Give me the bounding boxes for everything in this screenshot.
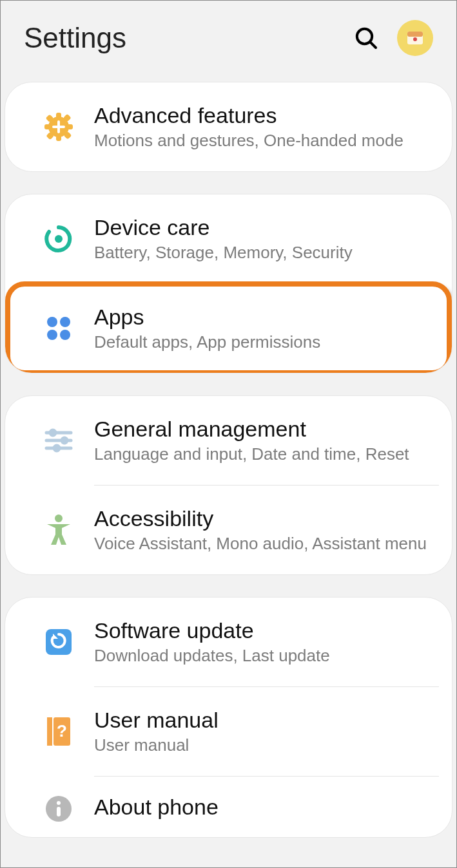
svg-rect-29 — [47, 717, 52, 746]
row-software-update[interactable]: Software update Download updates, Last u… — [5, 598, 452, 686]
apps-icon — [23, 314, 94, 343]
svg-rect-7 — [56, 135, 61, 141]
settings-group: General management Language and input, D… — [5, 395, 452, 575]
header-actions — [353, 20, 433, 56]
row-subtitle: Language and input, Date and time, Reset — [94, 444, 434, 464]
svg-rect-6 — [56, 113, 61, 119]
svg-rect-28 — [46, 629, 72, 655]
svg-rect-8 — [44, 124, 51, 129]
device-care-icon — [23, 223, 94, 254]
settings-group: Software update Download updates, Last u… — [5, 597, 452, 838]
row-user-manual[interactable]: ? User manual User manual — [5, 687, 452, 776]
svg-rect-9 — [66, 124, 73, 129]
svg-point-4 — [413, 37, 417, 41]
settings-group: Device care Battery, Storage, Memory, Se… — [5, 194, 452, 373]
svg-point-16 — [55, 235, 63, 243]
svg-point-26 — [54, 446, 59, 451]
row-advanced-features[interactable]: Advanced features Motions and gestures, … — [5, 82, 452, 171]
row-subtitle: Default apps, App permissions — [94, 332, 434, 352]
row-device-care[interactable]: Device care Battery, Storage, Memory, Se… — [5, 194, 452, 283]
row-subtitle: Motions and gestures, One-handed mode — [94, 131, 434, 151]
row-title: Accessibility — [94, 506, 434, 531]
row-title: User manual — [94, 708, 434, 733]
info-icon — [23, 795, 94, 823]
row-general-management[interactable]: General management Language and input, D… — [5, 396, 452, 485]
sliders-icon — [23, 428, 94, 453]
settings-group: Advanced features Motions and gestures, … — [5, 82, 452, 172]
svg-point-33 — [57, 801, 61, 805]
row-subtitle: Voice Assistant, Mono audio, Assistant m… — [94, 534, 434, 554]
svg-point-22 — [50, 430, 55, 435]
accessibility-icon — [23, 514, 94, 546]
software-update-icon — [23, 628, 94, 656]
svg-point-18 — [60, 317, 70, 327]
row-subtitle: Download updates, Last update — [94, 646, 434, 666]
header: Settings — [1, 1, 456, 82]
page-title: Settings — [24, 22, 353, 54]
row-apps[interactable]: Apps Default apps, App permissions — [5, 284, 452, 373]
svg-point-27 — [55, 514, 63, 522]
svg-line-1 — [370, 42, 376, 48]
profile-avatar[interactable] — [397, 20, 433, 56]
row-subtitle: Battery, Storage, Memory, Security — [94, 243, 434, 263]
row-accessibility[interactable]: Accessibility Voice Assistant, Mono audi… — [5, 486, 452, 574]
svg-point-19 — [47, 330, 57, 340]
user-manual-icon: ? — [23, 716, 94, 747]
row-title: Software update — [94, 618, 434, 643]
svg-rect-34 — [57, 807, 61, 816]
highlighted-row: Apps Default apps, App permissions — [5, 284, 452, 373]
row-title: General management — [94, 417, 434, 442]
svg-text:?: ? — [57, 721, 67, 741]
row-about-phone[interactable]: About phone — [5, 777, 452, 837]
row-title: Advanced features — [94, 103, 434, 128]
svg-point-24 — [62, 438, 67, 443]
advanced-features-icon — [23, 111, 94, 142]
row-title: About phone — [94, 795, 434, 820]
svg-point-20 — [60, 330, 70, 340]
search-icon[interactable] — [353, 25, 379, 51]
row-title: Device care — [94, 215, 434, 240]
svg-point-17 — [47, 317, 57, 327]
row-title: Apps — [94, 305, 434, 330]
row-subtitle: User manual — [94, 735, 434, 755]
svg-rect-3 — [407, 32, 423, 37]
